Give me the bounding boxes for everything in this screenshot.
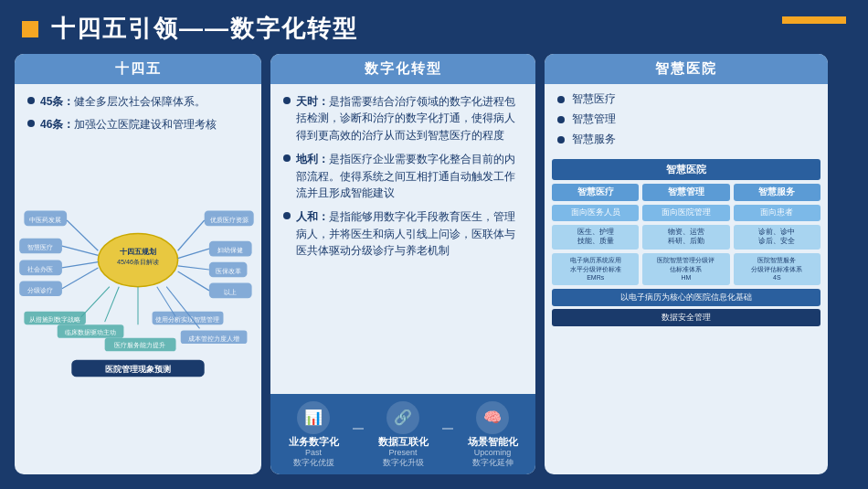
sh-detail-manage: 物资、运营科研、后勤 xyxy=(642,225,729,250)
bullet-item-1: 45条：健全多层次社会保障体系。 xyxy=(27,93,249,111)
bullet-dot-dili xyxy=(283,154,291,162)
sh-footer-bar: 数据安全管理 xyxy=(552,309,820,326)
sh-sub-medical-staff: 面向医务人员 xyxy=(552,205,639,221)
bullet-dot-2 xyxy=(27,120,35,127)
icon-upcoming-sub2: 数字化延伸 xyxy=(472,457,513,469)
sh-row4: 电子病历系统应用水平分级评价标准EMRs 医院智慧管理分级评估标准体系HM 医院… xyxy=(552,253,820,285)
page-title: 十四五引领——数字化转型 xyxy=(51,13,358,45)
bullet-item-zhy: 智慧医疗 xyxy=(557,91,815,107)
card-fourteen-five: 十四五 45条：健全多层次社会保障体系。 46条：加强公立医院建设和管理考核 十… xyxy=(15,54,261,474)
svg-text:临床数据驱动主动: 临床数据驱动主动 xyxy=(65,329,116,335)
svg-line-30 xyxy=(105,287,120,322)
icon-present-sub2: 数字化升级 xyxy=(383,457,424,469)
card3-top-bullets: 智慧医疗 智慧管理 智慧服务 xyxy=(545,84,828,155)
mindmap-svg: 十四五规划 45/46条目解读 中医药发展 智慧医疗 社会办医 分级诊疗 优质 xyxy=(15,155,261,384)
svg-line-24 xyxy=(178,271,209,291)
sh-emr: 电子病历系统应用水平分级评价标准EMRs xyxy=(552,253,639,285)
bullet-text-1: 45条：健全多层次社会保障体系。 xyxy=(40,93,206,111)
svg-text:医疗服务能力提升: 医疗服务能力提升 xyxy=(114,343,165,350)
svg-text:分级诊疗: 分级诊疗 xyxy=(27,286,53,294)
business-digital-icon: 📊 xyxy=(297,401,330,434)
accent-square xyxy=(22,21,38,37)
svg-text:社会办医: 社会办医 xyxy=(27,265,53,273)
icon-upcoming-sublabel: Upcoming xyxy=(474,448,512,457)
bullet-item-tianshi: 天时：是指需要结合治疗领域的数字化进程包括检测，诊断和治疗的数字化打通，使得病人… xyxy=(283,93,523,144)
bullet-text-2: 46条：加强公立医院建设和管理考核 xyxy=(40,116,217,133)
bullet-dot-renhe xyxy=(283,212,291,219)
svg-line-18 xyxy=(178,250,209,259)
svg-line-27 xyxy=(81,287,110,317)
scene-smart-icon: 🧠 xyxy=(476,401,509,434)
bullet-item-zhfw: 智慧服务 xyxy=(557,132,815,147)
sh-cell-manage: 智慧管理 xyxy=(642,184,729,201)
bullet-section-dili: 地利：是指医疗企业需要数字化整合目前的内部流程。使得系统之间互相打通自动触发工作… xyxy=(283,151,523,201)
bullet-text-dili: 地利：是指医疗企业需要数字化整合目前的内部流程。使得系统之间互相打通自动触发工作… xyxy=(296,151,523,201)
sh-row2: 面向医务人员 面向医院管理 面向患者 xyxy=(552,205,820,221)
sh-bottom-bar: 以电子病历为核心的医院信息化基础 xyxy=(552,289,820,306)
svg-line-15 xyxy=(178,220,205,250)
svg-text:成本管控力度人增: 成本管控力度人增 xyxy=(188,335,239,343)
svg-text:医保改革: 医保改革 xyxy=(216,268,241,276)
bullet-dot-zhgl xyxy=(557,116,565,123)
mindmap-area: 十四五规划 45/46条目解读 中医药发展 智慧医疗 社会办医 分级诊疗 优质 xyxy=(15,155,261,384)
bullet-section-tianshi: 天时：是指需要结合治疗领域的数字化进程包括检测，诊断和治疗的数字化打通，使得病人… xyxy=(283,93,523,144)
icon-upcoming-label: 场景智能化 xyxy=(468,436,518,448)
sh-sub-patient: 面向患者 xyxy=(734,205,820,221)
bullet-dot-1 xyxy=(27,97,35,104)
bullet-text-zhy: 智慧医疗 xyxy=(572,91,616,107)
icon-past-label: 业务数字化 xyxy=(289,436,339,448)
bullet-text-zhfw: 智慧服务 xyxy=(572,132,616,147)
card-smart-hospital: 智慧医院 智慧医疗 智慧管理 智慧服务 智慧医院 智慧医疗 智慧管理 智慧服务 xyxy=(545,54,828,474)
svg-text:45/46条目解读: 45/46条目解读 xyxy=(117,258,159,266)
sh-row1: 智慧医疗 智慧管理 智慧服务 xyxy=(552,184,820,201)
icon-present: 🔗 数据互联化 Present 数字化升级 xyxy=(364,401,442,469)
sh-detail-medical: 医生、护理技能、质量 xyxy=(552,225,639,250)
icon-past-sub2: 数字化优援 xyxy=(293,457,334,469)
icon-past: 📊 业务数字化 Past 数字化优援 xyxy=(274,401,353,469)
header-accent-bar xyxy=(782,16,846,24)
svg-line-6 xyxy=(62,246,98,255)
sh-hm: 医院智慧管理分级评估标准体系HM xyxy=(642,253,729,285)
sh-cell-service: 智慧服务 xyxy=(734,184,820,201)
card2-body: 天时：是指需要结合治疗领域的数字化进程包括检测，诊断和治疗的数字化打通，使得病人… xyxy=(270,84,535,349)
data-connect-icon: 🔗 xyxy=(386,401,419,434)
bullet-text-zhgl: 智慧管理 xyxy=(572,112,616,127)
icon-past-sublabel: Past xyxy=(305,448,322,457)
smart-hospital-chart: 智慧医院 智慧医疗 智慧管理 智慧服务 面向医务人员 面向医院管理 面向患者 医… xyxy=(552,159,820,326)
bullet-dot-zhfw xyxy=(557,136,565,144)
card1-header: 十四五 xyxy=(15,54,261,84)
card3-header: 智慧医院 xyxy=(545,54,828,84)
svg-text:优质医疗资源: 优质医疗资源 xyxy=(210,216,249,224)
card1-body: 45条：健全多层次社会保障体系。 46条：加强公立医院建设和管理考核 xyxy=(15,84,261,148)
svg-text:十四五规划: 十四五规划 xyxy=(120,248,156,257)
sh-detail-service: 诊前、诊中诊后、安全 xyxy=(734,225,820,250)
svg-text:妇幼保健: 妇幼保健 xyxy=(217,247,243,255)
svg-text:智慧医疗: 智慧医疗 xyxy=(27,244,53,252)
bullet-item-dili: 地利：是指医疗企业需要数字化整合目前的内部流程。使得系统之间互相打通自动触发工作… xyxy=(283,151,523,201)
bullet-section-renhe: 人和：是指能够用数字化手段教育医生，管理病人，并将医生和病人引线上问诊，医联体与… xyxy=(283,208,523,259)
svg-line-12 xyxy=(62,268,98,289)
bullet-text-tianshi: 天时：是指需要结合治疗领域的数字化进程包括检测，诊断和治疗的数字化打通，使得病人… xyxy=(296,93,523,144)
svg-text:以上: 以上 xyxy=(224,288,237,296)
connector-1 xyxy=(353,428,364,430)
card2-header: 数字化转型 xyxy=(270,54,535,84)
svg-text:医院管理现象预测: 医院管理现象预测 xyxy=(105,366,171,375)
sh-top-label: 智慧医院 xyxy=(552,159,820,180)
svg-line-9 xyxy=(62,262,98,268)
card-digital-transform: 数字化转型 天时：是指需要结合治疗领域的数字化进程包括检测，诊断和治疗的数字化打… xyxy=(270,54,535,474)
icon-upcoming: 🧠 场景智能化 Upcoming 数字化延伸 xyxy=(453,401,532,469)
sh-sub-hospital-mgmt: 面向医院管理 xyxy=(642,205,729,221)
card2-bottom-icons: 📊 业务数字化 Past 数字化优援 🔗 数据互联化 Present 数字化升级… xyxy=(270,394,535,474)
connector-2 xyxy=(442,428,453,430)
svg-line-3 xyxy=(67,220,98,250)
icon-present-sublabel: Present xyxy=(388,448,417,457)
bullet-item-zhgl: 智慧管理 xyxy=(557,112,815,127)
sh-4s: 医院智慧服务分级评估标准体系4S xyxy=(734,253,820,285)
sh-cell-medical: 智慧医疗 xyxy=(552,184,639,201)
icon-present-label: 数据互联化 xyxy=(378,436,429,448)
sh-row3: 医生、护理技能、质量 物资、运营科研、后勤 诊前、诊中诊后、安全 xyxy=(552,225,820,250)
page-header: 十四五引领——数字化转型 xyxy=(0,0,868,54)
main-content: 十四五 45条：健全多层次社会保障体系。 46条：加强公立医院建设和管理考核 十… xyxy=(0,54,868,484)
svg-text:从措施到数字战略: 从措施到数字战略 xyxy=(29,316,80,323)
svg-text:中医药发展: 中医药发展 xyxy=(29,216,61,224)
